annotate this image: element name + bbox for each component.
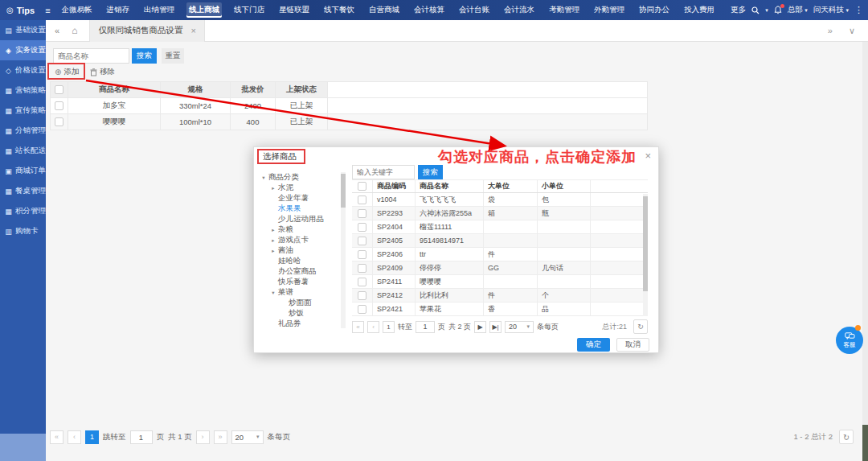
tree-expanded-icon[interactable]: ▾ [260,175,267,181]
tree-item[interactable]: ▾菜谱 [259,287,339,298]
next-page-button[interactable]: › [196,430,210,444]
tree-scrollbar-thumb[interactable] [341,174,346,208]
collapse-tabs-icon[interactable]: « [55,26,59,35]
close-tab-icon[interactable]: × [190,26,195,35]
confirm-button[interactable]: 确定 [577,338,610,352]
org-switcher[interactable]: 总部 ▾ [788,5,808,15]
prev-page-button[interactable]: ‹ [367,321,379,333]
nav-item[interactable]: 投入费用 [682,2,717,18]
nav-item[interactable]: 外勤管理 [592,2,627,18]
sidebar-item-table-management[interactable]: ▦餐桌管理 [0,181,46,201]
checkbox-icon[interactable] [358,264,366,273]
tree-item-root[interactable]: ▾商品分类 [259,172,339,183]
close-dialog-icon[interactable]: × [645,150,651,162]
checkbox-icon[interactable] [358,182,366,191]
cancel-button[interactable]: 取消 [616,338,649,352]
modal-table-scrollbar[interactable] [643,194,648,316]
tab-menu-icon[interactable]: ∨ [849,26,855,36]
first-page-button[interactable]: « [352,321,364,333]
last-page-button[interactable]: ▶| [489,321,502,333]
page-scrollbar[interactable] [862,42,868,461]
search-button[interactable]: 搜索 [132,48,157,64]
tree-collapsed-icon[interactable]: ▸ [270,248,276,254]
row-checkbox[interactable] [352,207,373,220]
tree-collapsed-icon[interactable]: ▸ [270,185,276,191]
nav-item[interactable]: 会计核算 [411,2,447,18]
modal-table-row[interactable]: v1004飞飞飞飞飞袋包 [352,193,648,207]
page-size-select[interactable]: 20▾ [505,321,534,333]
keyword-input[interactable] [352,165,415,179]
expand-tabs-icon[interactable]: » [828,26,833,36]
row-checkbox[interactable] [352,193,373,206]
page-jump-input[interactable] [416,321,435,333]
tree-expanded-icon[interactable]: ▾ [270,290,276,296]
last-page-button[interactable]: » [214,430,227,444]
table-row[interactable]: 嘤嘤嘤 100ml*10 400 已上架 [51,114,647,130]
modal-table-row[interactable]: SP2293六神沐浴露255a箱瓶 [352,207,648,220]
nav-item[interactable]: 企微易帐 [59,2,95,18]
home-icon[interactable]: ⌂ [72,25,77,36]
product-name-input[interactable] [53,48,129,64]
tree-item[interactable]: 礼品券 [259,319,339,328]
nav-item[interactable]: 协同办公 [637,2,672,18]
nav-item[interactable]: 进销存 [104,2,133,18]
next-page-button[interactable]: ▶ [474,321,486,333]
sidebar-item-distribution[interactable]: ▦分销管理 [0,121,46,141]
tree-collapsed-icon[interactable]: ▸ [270,227,276,233]
tree-item[interactable]: 娃哈哈 [259,256,339,266]
chevron-down-icon[interactable]: ▾ [765,7,768,14]
tree-item[interactable]: ▸酱油 [259,245,339,256]
page-size-select[interactable]: 20▾ [231,430,264,444]
modal-table-row[interactable]: SP240595149814971 [352,234,648,248]
reset-button[interactable]: 重置 [162,48,184,64]
modal-select-all-checkbox[interactable] [352,180,373,192]
modal-table-row[interactable]: SP2412比利比利件个 [352,289,648,303]
nav-item[interactable]: 会计台账 [457,2,492,18]
nav-item[interactable]: 考勤管理 [547,2,582,18]
checkbox-icon[interactable] [358,237,366,245]
checkbox-icon[interactable] [358,250,366,259]
checkbox-icon[interactable] [358,291,366,300]
nav-item[interactable]: 自营商城 [366,2,402,18]
nav-item[interactable]: 线下门店 [231,2,267,18]
modal-table-row[interactable]: SP2411嘤嘤嘤 [352,275,648,289]
select-all-checkbox[interactable] [51,82,68,97]
customer-service-button[interactable]: 客服 [836,327,863,354]
search-icon[interactable] [751,6,760,14]
current-page-button[interactable]: 1 [85,430,99,444]
modal-table-row[interactable]: SP2406ttr件 [352,248,648,261]
tree-item[interactable]: 企业年薯 [259,193,339,204]
modal-table-row[interactable]: SP2421苹果花香品 [352,303,648,316]
tree-scrollbar[interactable] [341,172,346,328]
checkbox-icon[interactable] [358,209,366,218]
account-menu[interactable]: 问天科技 ▾ [813,5,849,15]
page-jump-input[interactable] [130,430,153,444]
sidebar-item-basic-settings[interactable]: ▤基础设置 [0,20,46,40]
checkbox-icon[interactable] [55,85,63,94]
checkbox-icon[interactable] [358,196,366,204]
modal-table-scrollbar-thumb[interactable] [643,196,648,291]
checkbox-icon[interactable] [358,278,366,286]
more-menu[interactable]: 更多 [731,5,746,15]
row-checkbox[interactable] [352,248,373,261]
nav-item[interactable]: 线下餐饮 [321,2,357,18]
sidebar-item-promotion[interactable]: ▦宣传策略 [0,101,46,121]
tree-collapsed-icon[interactable]: ▸ [270,237,276,244]
tree-item-selected[interactable]: 水果果 [259,204,339,214]
nav-item[interactable]: 出纳管理 [141,2,177,18]
nav-item[interactable]: 会计流水 [502,2,537,18]
row-checkbox[interactable] [51,98,68,113]
sidebar-item-shopping-card[interactable]: ▥购物卡 [0,221,46,241]
table-row[interactable]: 加多宝 330ml*24 2400 已上架 [51,98,647,114]
tree-item[interactable]: 快乐番薯 [259,277,339,287]
checkbox-icon[interactable] [358,305,366,314]
row-checkbox[interactable] [352,234,373,247]
sidebar-item-marketing[interactable]: ▦营销策略 [0,80,46,101]
tree-item[interactable]: ▸游戏点卡 [259,235,339,245]
remove-button[interactable]: 移除 [90,67,115,77]
add-button[interactable]: ⊕ 添加 [55,67,79,77]
tree-item[interactable]: ▸水泥 [259,183,339,193]
sidebar-item-points[interactable]: ▦积分管理 [0,201,46,221]
refresh-button[interactable]: ↻ [633,319,648,334]
first-page-button[interactable]: « [50,430,63,444]
